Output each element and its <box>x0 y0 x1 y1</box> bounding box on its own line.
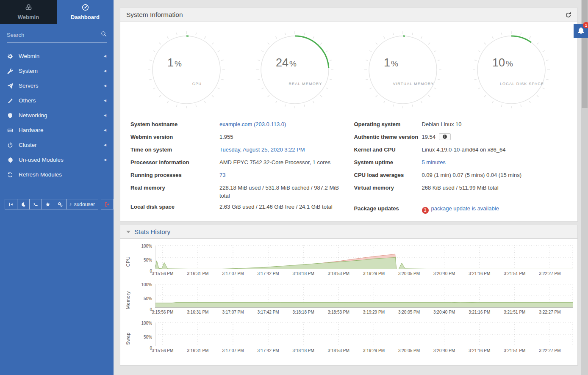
scrollbar-thumb[interactable] <box>582 0 588 108</box>
x-tick-label: 3:18:53 PM <box>328 348 349 353</box>
sidebar-item-networking[interactable]: Networking◀ <box>0 108 114 123</box>
gauge: 1%VIRTUAL MEMORY <box>349 30 458 110</box>
info-column-right: Operating systemDebian Linux 10Authentic… <box>354 118 569 215</box>
tab-dashboard[interactable]: Dashboard <box>57 0 114 24</box>
x-tick-label: 3:21:51 PM <box>504 348 525 353</box>
refresh-icon <box>565 12 571 18</box>
notifications-badge: 1 <box>583 22 588 28</box>
x-tick-label: 3:21:51 PM <box>504 271 525 276</box>
info-value[interactable]: 1package update is available <box>422 205 499 214</box>
refresh-button[interactable] <box>565 12 571 18</box>
gear-icon <box>7 53 13 59</box>
search-icon <box>101 31 107 37</box>
tab-webmin[interactable]: Webmin <box>0 0 57 24</box>
panel-title: System Information <box>126 11 183 19</box>
info-label: Virtual memory <box>354 184 422 192</box>
sidebar-item-refresh-modules[interactable]: Refresh Modules <box>0 167 114 182</box>
x-tick-label: 3:20:05 PM <box>398 348 420 353</box>
info-value: 2.63 GiB used / 21.46 GiB free / 24.1 Gi… <box>219 203 333 211</box>
info-label: Operating system <box>354 121 422 129</box>
sidebar-item-hardware[interactable]: Hardware◀ <box>0 123 114 138</box>
info-value: 1.955 <box>219 133 233 141</box>
info-row: Kernel and CPULinux 4.19.0-10-amd64 on x… <box>354 143 569 156</box>
scrollbar[interactable] <box>581 0 588 375</box>
sidebar-item-label: Hardware <box>19 127 44 133</box>
info-label: Webmin version <box>130 133 219 141</box>
info-row: Running processes73 <box>130 168 346 181</box>
webmin-logo-icon <box>25 4 32 12</box>
sidebar-item-others[interactable]: Others◀ <box>0 93 114 108</box>
gauge: 10%LOCAL DISK SPACE <box>457 30 566 110</box>
power-icon <box>7 142 13 148</box>
x-tick-label: 3:15:56 PM <box>152 348 173 353</box>
info-value[interactable]: example.com (203.0.113.0) <box>219 121 286 129</box>
info-value[interactable]: Tuesday, August 25, 2020 3:22 PM <box>219 146 305 154</box>
gauge-label: CPU <box>192 82 202 86</box>
info-label: Running processes <box>130 171 219 179</box>
sidebar-item-label: Networking <box>19 112 47 119</box>
info-value: AMD EPYC 7542 32-Core Processor, 1 cores <box>219 159 330 167</box>
stats-history-panel: Stats History CPU100%50%03:15:56 PM3:16:… <box>120 225 578 366</box>
caret-left-icon: ◀ <box>104 99 106 102</box>
gauge-label: REAL MEMORY <box>288 82 322 86</box>
hard-drive-icon <box>7 127 13 133</box>
favorites-button[interactable] <box>42 199 54 210</box>
chart-plot <box>155 245 573 269</box>
info-label: Kernel and CPU <box>354 146 422 154</box>
sidebar-item-cluster[interactable]: Cluster◀ <box>0 138 114 152</box>
x-tick-label: 3:21:16 PM <box>469 310 490 314</box>
sidebar-item-webmin[interactable]: Webmin◀ <box>0 49 114 63</box>
theme-info-button[interactable] <box>439 133 451 140</box>
x-tick-label: 3:17:42 PM <box>258 310 279 314</box>
info-row: System uptime5 minutes <box>354 156 569 168</box>
sidebar-item-un-used-modules[interactable]: Un-used Modules◀ <box>0 152 114 167</box>
info-label: CPU load averages <box>354 171 422 179</box>
chart-memory: Memory100%50%03:15:56 PM3:16:31 PM3:17:0… <box>123 284 573 316</box>
logout-button[interactable] <box>101 199 114 210</box>
x-tick-label: 3:18:53 PM <box>328 310 349 314</box>
user-account-button[interactable]: sudouser <box>66 199 98 210</box>
chart-ylabel: CPU <box>125 256 130 267</box>
x-tick-label: 3:17:07 PM <box>222 348 244 353</box>
info-label: Time on system <box>130 146 219 154</box>
info-circle-icon <box>442 134 447 139</box>
x-tick-label: 3:17:42 PM <box>258 348 279 353</box>
info-value[interactable]: 73 <box>219 171 225 179</box>
info-row: Local disk space2.63 GiB used / 21.46 Gi… <box>130 200 346 213</box>
search-icon[interactable] <box>101 31 107 39</box>
sidebar-item-system[interactable]: System◀ <box>0 63 114 78</box>
gauge: 1%CPU <box>132 30 241 110</box>
chart-plot <box>155 284 573 308</box>
terminal-button[interactable] <box>29 199 42 210</box>
info-row: Processor informationAMD EPYC 7542 32-Co… <box>130 156 346 168</box>
gauge-virtual-memory: 1%VIRTUAL MEMORY <box>363 30 443 110</box>
night-mode-button[interactable] <box>17 199 30 210</box>
x-tick-label: 3:18:18 PM <box>293 310 314 314</box>
x-tick-label: 3:19:29 PM <box>363 348 385 353</box>
stats-history-header: Stats History <box>120 225 577 239</box>
x-tick-label: 3:20:40 PM <box>433 310 455 314</box>
info-value[interactable]: 5 minutes <box>422 159 446 167</box>
x-tick-label: 3:21:51 PM <box>504 310 525 314</box>
notifications-bell-button[interactable]: 1 <box>574 24 588 38</box>
x-tick-label: 3:16:31 PM <box>187 310 208 314</box>
sidebar-item-servers[interactable]: Servers◀ <box>0 78 114 93</box>
sidebar-item-label: Cluster <box>19 142 37 148</box>
system-info-table: System hostnameexample.com (203.0.113.0)… <box>120 111 577 221</box>
info-row: Time on systemTuesday, August 25, 2020 3… <box>130 143 346 156</box>
sidebar-item-label: Un-used Modules <box>19 157 64 163</box>
sidebar-item-label: Webmin <box>19 53 39 59</box>
info-label: Real memory <box>130 184 219 192</box>
collapse-caret-icon[interactable] <box>126 231 130 233</box>
info-label: System hostname <box>130 121 219 129</box>
info-row: System hostnameexample.com (203.0.113.0) <box>130 118 346 130</box>
x-tick-label: 3:16:31 PM <box>187 271 208 276</box>
theme-settings-button[interactable] <box>54 199 67 210</box>
x-tick-label: 3:18:18 PM <box>293 271 314 276</box>
info-value: 0.09 (1 min) 0.07 (5 mins) 0.04 (15 mins… <box>422 171 522 179</box>
search-input[interactable] <box>7 32 101 38</box>
x-tick-label: 3:15:56 PM <box>152 271 173 276</box>
star-icon <box>45 202 50 207</box>
collapse-sidebar-button[interactable] <box>5 199 17 210</box>
caret-left-icon: ◀ <box>104 54 106 58</box>
